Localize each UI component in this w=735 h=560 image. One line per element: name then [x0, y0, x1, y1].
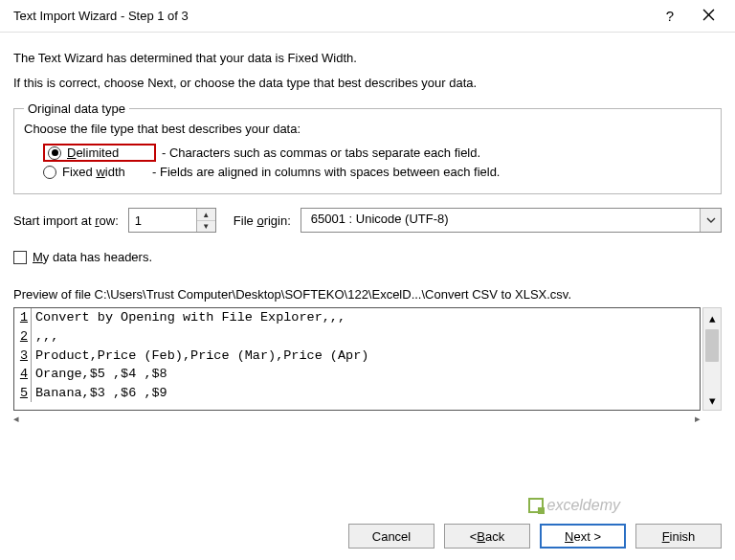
headers-checkbox[interactable] — [13, 251, 27, 264]
help-icon[interactable]: ? — [651, 8, 689, 24]
wizard-description-2: If this is correct, choose Next, or choo… — [13, 75, 722, 92]
group-prompt: Choose the file type that best describes… — [24, 122, 711, 136]
preview-path-label: Preview of file C:\Users\Trust Computer\… — [13, 287, 722, 302]
radio-fixed-width-desc: - Fields are aligned in columns with spa… — [152, 165, 500, 179]
preview-line: Product,Price (Feb),Price (Mar),Price (A… — [35, 347, 368, 366]
scroll-up-icon[interactable]: ▴ — [703, 308, 721, 327]
finish-button[interactable]: Finish — [635, 524, 722, 549]
headers-checkbox-label[interactable]: My data has headers. — [33, 250, 152, 264]
chevron-down-icon[interactable] — [700, 209, 721, 232]
preview-pane: 1Convert by Opening with File Explorer,,… — [13, 307, 701, 411]
file-origin-select[interactable]: 65001 : Unicode (UTF-8) — [301, 208, 722, 233]
back-button[interactable]: < Back — [444, 524, 530, 549]
radio-delimited-desc: - Characters such as commas or tabs sepa… — [162, 146, 480, 160]
watermark-icon — [528, 498, 544, 513]
window-title: Text Import Wizard - Step 1 of 3 — [13, 9, 651, 23]
file-origin-label: File origin: — [234, 213, 291, 228]
scroll-down-icon[interactable]: ▾ — [703, 391, 721, 410]
radio-delimited-label[interactable]: Delimited — [67, 146, 151, 160]
radio-delimited[interactable] — [48, 146, 61, 160]
radio-fixed-width[interactable] — [43, 166, 56, 179]
radio-fixed-width-label[interactable]: Fixed width — [62, 165, 146, 179]
next-button[interactable]: Next > — [540, 524, 626, 549]
preview-line: Orange,$5 ,$4 ,$8 — [35, 365, 167, 384]
spin-up-icon[interactable]: ▲ — [197, 209, 215, 221]
horizontal-scrollbar[interactable]: ◂▸ — [13, 413, 722, 425]
group-legend: Original data type — [24, 101, 129, 116]
preview-line: ,,, — [35, 327, 58, 347]
watermark: exceldemy — [528, 497, 620, 514]
cancel-button[interactable]: Cancel — [348, 524, 434, 549]
wizard-description-1: The Text Wizard has determined that your… — [13, 50, 722, 67]
spin-down-icon[interactable]: ▼ — [197, 221, 215, 233]
delimited-highlight: Delimited — [43, 144, 156, 162]
close-icon[interactable] — [689, 9, 727, 24]
preview-line: Convert by Opening with File Explorer,,, — [35, 308, 345, 327]
start-row-label: Start import at row: — [13, 213, 119, 228]
scroll-thumb[interactable] — [705, 329, 719, 362]
original-data-type-group: Original data type Choose the file type … — [13, 101, 722, 194]
preview-line: Banana,$3 ,$6 ,$9 — [35, 384, 167, 403]
vertical-scrollbar[interactable]: ▴ ▾ — [702, 307, 722, 411]
